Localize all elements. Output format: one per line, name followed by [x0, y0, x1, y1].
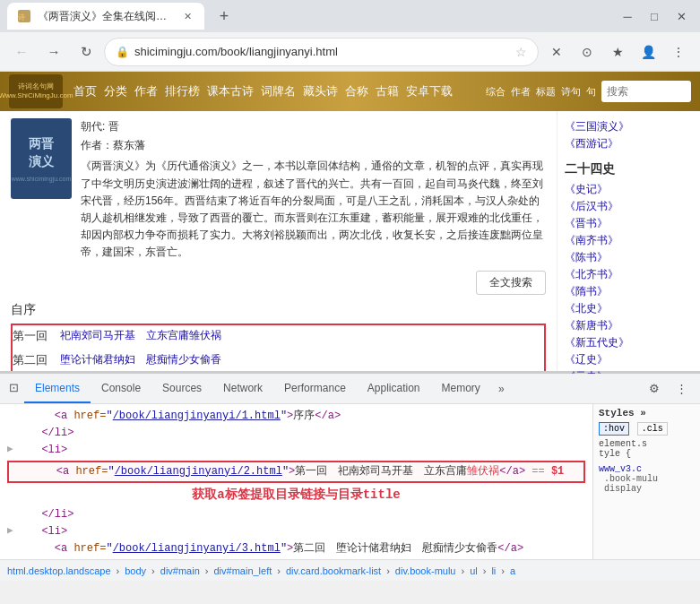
style-rule-element: element.style {: [599, 439, 695, 459]
styles-panel-title: Styles »: [599, 408, 695, 418]
nav-author[interactable]: 作者: [134, 83, 158, 99]
site-header: 诗词名句网 Www.ShiCiMingJu.com 首页 分类 作者 排行榜 课…: [0, 72, 700, 111]
address-bar[interactable]: 🔒 shicimingju.com/book/liangjinyanyi.htm…: [104, 38, 539, 66]
close-button[interactable]: ✕: [670, 4, 693, 28]
sidebar-link-xinwudaishi[interactable]: 《新五代史》: [565, 334, 693, 351]
devtools-tab-spacer: [512, 374, 639, 403]
sidebar-link-suishu[interactable]: 《隋书》: [565, 283, 693, 300]
toolbar-right: ✕ ⊙ ★ 👤 ⋮: [542, 38, 693, 66]
sidebar-link-xintangshu[interactable]: 《新唐书》: [565, 317, 693, 334]
section-title: 自序: [11, 302, 546, 318]
sidebar-section-1: 《三国演义》 《西游记》: [565, 118, 693, 152]
reload-button[interactable]: ↻: [72, 38, 100, 66]
book-info: 朝代: 晋 作者：蔡东藩 《两晋演义》为《历代通俗演义》之一，本书以章回体结构，…: [81, 118, 546, 263]
user-button[interactable]: 👤: [634, 38, 662, 66]
nav-classics[interactable]: 古籍: [376, 83, 399, 99]
nav-textbook[interactable]: 课本古诗: [207, 83, 254, 99]
site-search-area: 综合 作者 标题 诗句 句: [463, 81, 691, 102]
sidebar-link-beiqishu[interactable]: 《北齐书》: [565, 266, 693, 283]
forward-button[interactable]: →: [39, 38, 68, 66]
menu-button[interactable]: ⋮: [664, 38, 693, 66]
top-search-input[interactable]: [601, 81, 691, 102]
book-author: 作者：蔡东藩: [81, 137, 546, 154]
status-path-li[interactable]: li: [491, 565, 496, 576]
search-label-combined: 综合: [486, 85, 506, 99]
full-search-button[interactable]: 全文搜索: [476, 271, 546, 295]
style-tab-hov[interactable]: :hov: [599, 422, 629, 436]
nav-category[interactable]: 分类: [104, 83, 127, 99]
tab-close-button[interactable]: ✕: [182, 9, 194, 23]
search-label-title: 标题: [536, 85, 556, 99]
status-path-divmain[interactable]: div#main: [160, 565, 200, 576]
highlight-annotation: 获取a标签提取目录链接与目录title: [7, 487, 585, 503]
tab-sources[interactable]: Sources: [151, 374, 212, 403]
tab-performance[interactable]: Performance: [273, 374, 357, 403]
status-path-card[interactable]: div.card.bookmark-list: [286, 565, 381, 576]
browser-toolbar: ← → ↻ 🔒 shicimingju.com/book/liangjinyan…: [0, 32, 700, 72]
nav-cipai[interactable]: 词牌名: [261, 83, 296, 99]
browser-tab[interactable]: 诗 《两晋演义》全集在线阅读_史书... ✕: [7, 3, 204, 30]
chapter-item-1: 第一回 祀南郊司马开基 立东宫庸雏伏祸: [13, 325, 544, 347]
bookmark-icon[interactable]: ☆: [515, 45, 527, 59]
status-path-divmainleft[interactable]: div#main_left: [213, 565, 272, 576]
sidebar-link-beishi[interactable]: 《北史》: [565, 300, 693, 317]
left-content: 两晋 演义 www.shicimingju.com 朝代: 晋 作者：蔡东藩 《…: [0, 111, 557, 371]
sidebar-link-sanguo[interactable]: 《三国演义》: [565, 118, 693, 135]
devtools-body: <a href= "/book/liangjinyanyi/1.html" > …: [0, 404, 700, 559]
extensions-button[interactable]: ✕: [542, 38, 571, 66]
devtools-panel: ⊡ Elements Console Sources Network Perfo…: [0, 371, 700, 559]
nav-acrostic[interactable]: 藏头诗: [303, 83, 338, 99]
profile-icon[interactable]: ⊙: [573, 38, 601, 66]
chapter-link-1[interactable]: 祀南郊司马开基 立东宫庸雏伏祸: [60, 328, 221, 343]
sidebar-link-liaoshi[interactable]: 《辽史》: [565, 351, 693, 368]
sidebar-link-xiyou[interactable]: 《西游记》: [565, 135, 693, 152]
sidebar-link-nanqishu[interactable]: 《南齐书》: [565, 232, 693, 249]
status-path-html[interactable]: html.desktop.landscape: [7, 565, 111, 576]
devtools-tab-pointer[interactable]: ⊡: [4, 374, 24, 403]
sidebar-link-shiji[interactable]: 《史记》: [565, 181, 693, 198]
search-label-short: 句: [586, 85, 596, 99]
sidebar-link-houhanshu[interactable]: 《后汉书》: [565, 198, 693, 215]
code-line-8: </li>: [7, 557, 585, 559]
status-path-bookmulu[interactable]: div.book-mulu: [395, 565, 456, 576]
status-path-body[interactable]: body: [125, 565, 146, 576]
nav-android[interactable]: 安卓下载: [406, 83, 453, 99]
nav-combined[interactable]: 合称: [345, 83, 368, 99]
nav-ranking[interactable]: 排行榜: [165, 83, 200, 99]
chapter-item-2: 第二回 堕论计储君纳妇 慰痴情少女偷香: [13, 349, 544, 371]
tab-network[interactable]: Network: [212, 374, 273, 403]
tab-console[interactable]: Console: [91, 374, 151, 403]
site-logo[interactable]: 诗词名句网 Www.ShiCiMingJu.com: [9, 74, 63, 108]
site-logo-text: 诗词名句网 Www.ShiCiMingJu.com: [0, 82, 73, 101]
book-description: 《两晋演义》为《历代通俗演义》之一，本书以章回体结构，通俗的文章，机智的点评，真…: [81, 158, 546, 261]
minimize-button[interactable]: ─: [616, 4, 639, 28]
bookmark-star-icon[interactable]: ★: [603, 38, 632, 66]
devtools-menu-button[interactable]: ⋮: [670, 377, 693, 401]
chapter-link-2[interactable]: 堕论计储君纳妇 慰痴情少女偷香: [60, 352, 221, 367]
devtools-settings-button[interactable]: ⚙: [643, 377, 666, 401]
book-header: 两晋 演义 www.shicimingju.com 朝代: 晋 作者：蔡东藩 《…: [11, 118, 546, 263]
code-line-2: </li>: [7, 425, 585, 442]
maximize-button[interactable]: □: [643, 4, 666, 28]
code-line-5: </li>: [7, 506, 585, 523]
nav-home[interactable]: 首页: [73, 83, 97, 99]
tab-application[interactable]: Application: [357, 374, 431, 403]
style-tab-cls[interactable]: .cls: [637, 422, 668, 436]
status-path-a[interactable]: a: [510, 565, 515, 576]
devtools-styles-sidebar: Styles » :hov .cls element.style { www_v…: [592, 404, 700, 559]
tab-memory[interactable]: Memory: [431, 374, 491, 403]
devtools-more-tabs[interactable]: »: [491, 374, 512, 403]
tab-elements[interactable]: Elements: [24, 374, 91, 403]
code-line-1: <a href= "/book/liangjinyanyi/1.html" > …: [7, 408, 585, 425]
code-line-7: <a href= "/book/liangjinyanyi/3.html" > …: [7, 540, 585, 557]
sidebar-link-jinshu[interactable]: 《晋书》: [565, 215, 693, 232]
site-nav: 首页 分类 作者 排行榜 课本古诗 词牌名 藏头诗 合称 古籍 安卓下载: [73, 83, 453, 99]
chapter-num-2: 第二回: [13, 352, 53, 368]
back-button[interactable]: ←: [7, 38, 36, 66]
search-label-line: 诗句: [561, 85, 581, 99]
sidebar-link-chenshu[interactable]: 《陈书》: [565, 249, 693, 266]
status-bar: html.desktop.landscape › body › div#main…: [0, 559, 700, 581]
status-path-ul[interactable]: ul: [470, 565, 478, 576]
devtools-actions: ⚙ ⋮: [639, 374, 696, 403]
new-tab-button[interactable]: +: [212, 4, 237, 29]
